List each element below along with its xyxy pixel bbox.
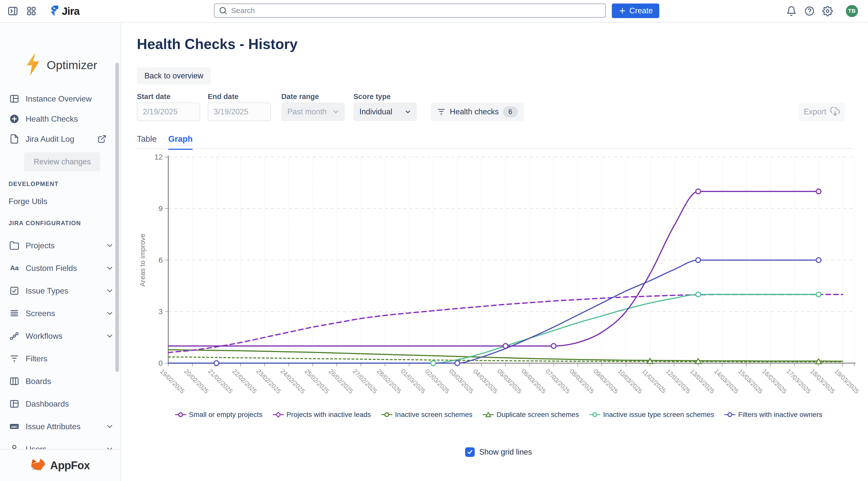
svg-text:07/03/2025: 07/03/2025 xyxy=(544,368,571,395)
grid-lines-control: Show grid lines xyxy=(137,447,860,457)
sidebar-item-jira-audit-log[interactable]: Jira Audit Log xyxy=(0,131,120,147)
cloud-download-icon xyxy=(830,107,840,117)
legend-marker-circle xyxy=(724,411,736,418)
sidebar-item-projects[interactable]: Projects xyxy=(0,238,120,253)
appfox-fox-icon xyxy=(31,458,46,473)
date-range-label: Date range xyxy=(281,92,319,101)
settings-gear-icon[interactable] xyxy=(822,5,833,17)
legend-item-inactive-screen-schemes[interactable]: Inactive screen schemes xyxy=(381,411,472,419)
show-grid-lines-checkbox[interactable] xyxy=(465,447,475,457)
svg-text:06/03/2025: 06/03/2025 xyxy=(520,368,547,395)
sidebar-item-issue-types[interactable]: Issue Types xyxy=(0,283,120,299)
dashboard-icon xyxy=(9,398,20,409)
chevron-down-icon xyxy=(404,108,412,116)
search-input[interactable] xyxy=(227,6,605,15)
section-header-jira-configuration: JIRA CONFIGURATION xyxy=(8,220,81,227)
abc-icon: ABC xyxy=(9,421,20,432)
svg-text:04/03/2025: 04/03/2025 xyxy=(472,368,499,395)
show-grid-lines-label: Show grid lines xyxy=(479,448,532,457)
app-switcher-icon[interactable] xyxy=(26,5,37,17)
chevron-down-icon[interactable] xyxy=(105,422,114,431)
jira-logo[interactable]: Jira xyxy=(47,4,80,18)
columns-icon xyxy=(9,376,20,387)
date-range-select[interactable]: Past month xyxy=(281,102,345,121)
page-title: Health Checks - History xyxy=(137,36,298,52)
legend-marker-diamond xyxy=(273,411,284,418)
svg-text:25/02/2025: 25/02/2025 xyxy=(303,368,331,395)
export-button[interactable]: Export xyxy=(799,102,845,121)
legend-item-inactive-issue-type-screen-schemes[interactable]: Inactive issue type screen schemes xyxy=(589,411,714,419)
sidebar: Optimizer Instance OverviewHealth Checks… xyxy=(0,23,121,481)
help-icon[interactable] xyxy=(804,5,815,17)
lines-icon xyxy=(9,308,20,319)
create-button[interactable]: Create xyxy=(612,3,659,18)
folder-icon xyxy=(9,240,20,251)
start-date-input[interactable] xyxy=(137,102,200,121)
checkbox-icon xyxy=(9,285,20,296)
user-avatar[interactable]: TB xyxy=(846,5,858,17)
svg-text:Areas to improve: Areas to improve xyxy=(138,234,147,287)
svg-text:18/03/2025: 18/03/2025 xyxy=(809,368,836,395)
workflow-icon xyxy=(9,331,20,341)
sidebar-item-health-checks[interactable]: Health Checks xyxy=(0,111,120,127)
svg-text:05/03/2025: 05/03/2025 xyxy=(496,368,523,395)
svg-text:16/03/2025: 16/03/2025 xyxy=(761,368,788,395)
legend-marker-circle xyxy=(589,411,600,418)
sidebar-scrollbar[interactable] xyxy=(115,63,119,372)
svg-text:08/03/2025: 08/03/2025 xyxy=(568,368,595,395)
svg-text:Aa: Aa xyxy=(10,264,19,272)
svg-text:22/02/2025: 22/02/2025 xyxy=(231,368,258,395)
svg-text:19/02/2025: 19/02/2025 xyxy=(159,368,186,395)
chevron-down-icon[interactable] xyxy=(105,287,114,295)
svg-text:13/03/2025: 13/03/2025 xyxy=(689,368,716,395)
review-changes-button[interactable]: Review changes xyxy=(24,152,100,171)
plus-icon xyxy=(618,7,626,15)
view-tabs: TableGraph xyxy=(137,134,193,150)
global-search[interactable] xyxy=(214,3,606,18)
svg-text:15/03/2025: 15/03/2025 xyxy=(737,368,764,395)
svg-text:03/03/2025: 03/03/2025 xyxy=(448,368,475,395)
svg-text:17/03/2025: 17/03/2025 xyxy=(785,368,812,395)
sidebar-item-boards[interactable]: Boards xyxy=(0,373,120,389)
score-type-select[interactable]: Individual xyxy=(353,102,417,121)
appfox-footer: AppFox xyxy=(0,449,120,481)
chevron-down-icon[interactable] xyxy=(105,264,114,272)
legend-marker-triangle xyxy=(483,411,494,418)
sidebar-item-custom-fields[interactable]: AaCustom Fields xyxy=(0,260,120,276)
sidebar-item-dashboards[interactable]: Dashboards xyxy=(0,396,120,412)
legend-item-duplicate-screen-schemes[interactable]: Duplicate screen schemes xyxy=(483,411,579,419)
chevron-down-icon[interactable] xyxy=(105,309,114,318)
sidebar-toggle-icon[interactable] xyxy=(7,5,19,17)
chevron-down-icon[interactable] xyxy=(105,332,114,340)
sidebar-item-screens[interactable]: Screens xyxy=(0,306,120,321)
svg-text:28/02/2025: 28/02/2025 xyxy=(376,368,403,395)
chevron-down-icon[interactable] xyxy=(105,241,114,250)
sidebar-item-forge-utils[interactable]: Forge Utils xyxy=(0,193,120,209)
sidebar-item-instance-overview[interactable]: Instance Overview xyxy=(0,91,120,107)
tab-graph[interactable]: Graph xyxy=(168,134,193,150)
sidebar-item-issue-attributes[interactable]: ABCIssue Attributes xyxy=(0,419,120,434)
svg-text:14/03/2025: 14/03/2025 xyxy=(713,368,740,395)
chart-legend: Small or empty projectsProjects with ina… xyxy=(137,411,860,419)
back-to-overview-button[interactable]: Back to overview xyxy=(137,67,211,85)
legend-item-small-or-empty-projects[interactable]: Small or empty projects xyxy=(175,411,262,419)
sidebar-item-workflows[interactable]: Workflows xyxy=(0,328,120,344)
optimizer-brand: Optimizer xyxy=(25,52,97,78)
legend-item-filters-with-inactive-owners[interactable]: Filters with inactive owners xyxy=(724,411,822,419)
health-checks-filter-button[interactable]: Health checks 6 xyxy=(431,102,524,121)
svg-text:ABC: ABC xyxy=(11,425,18,429)
search-icon xyxy=(218,6,227,15)
legend-item-projects-with-inactive-leads[interactable]: Projects with inactive leads xyxy=(273,411,371,419)
history-chart[interactable]: 036912Areas to improve19/02/202520/02/20… xyxy=(137,151,860,404)
score-type-label: Score type xyxy=(353,92,391,101)
tab-table[interactable]: Table xyxy=(137,134,157,150)
notifications-bell-icon[interactable] xyxy=(786,5,797,17)
layout-icon xyxy=(9,93,20,104)
lightning-bolt-icon xyxy=(25,52,41,78)
sidebar-item-filters[interactable]: Filters xyxy=(0,351,120,366)
check-icon xyxy=(466,449,473,456)
end-date-input[interactable] xyxy=(208,102,271,121)
svg-text:01/03/2025: 01/03/2025 xyxy=(400,368,427,395)
external-link-icon[interactable] xyxy=(97,134,106,144)
end-date-label: End date xyxy=(208,92,238,101)
